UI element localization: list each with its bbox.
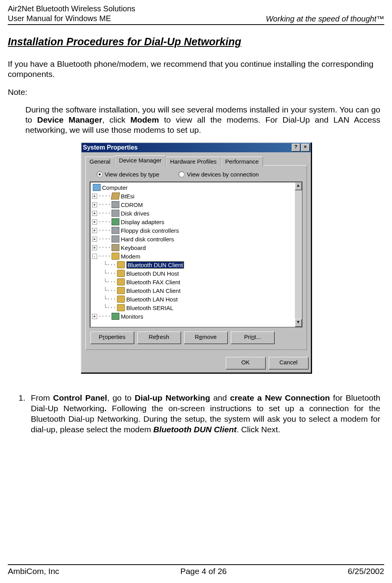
tree-label: Hard disk controllers bbox=[121, 236, 174, 242]
print-button[interactable]: Print... bbox=[231, 332, 275, 344]
note-label: Note: bbox=[8, 87, 384, 97]
monitor-icon bbox=[112, 313, 119, 320]
radio-label-bytype: View devices by type bbox=[105, 171, 160, 178]
tree-item-btesi[interactable]: +····BtEsi bbox=[91, 192, 302, 200]
footer-page: Page 4 of 26 bbox=[180, 567, 227, 576]
tree-item-bt-lan-host[interactable]: └···Bluetooth LAN Host bbox=[91, 295, 302, 303]
dialog-title: System Properties bbox=[83, 144, 138, 151]
header-tagline: Working at the speed of thought™ bbox=[266, 14, 384, 23]
t: and bbox=[210, 393, 230, 402]
tab-panel: View devices by type View devices by con… bbox=[85, 165, 307, 350]
tree-item-disk-drives[interactable]: +····Disk drives bbox=[91, 209, 302, 218]
expand-icon[interactable]: + bbox=[92, 314, 97, 319]
refresh-button[interactable]: Refresh bbox=[137, 332, 181, 344]
tree-item-floppy[interactable]: +····Floppy disk controllers bbox=[91, 226, 302, 235]
dialog-body: General Device Manager Hardware Profiles… bbox=[82, 152, 311, 354]
t: From bbox=[31, 393, 53, 402]
section-heading: Installation Procedures for Dial-Up Netw… bbox=[8, 36, 384, 48]
device-icon bbox=[111, 193, 120, 200]
display-icon bbox=[112, 218, 119, 225]
tree-label: Display adapters bbox=[121, 219, 165, 225]
expand-icon[interactable]: + bbox=[92, 219, 97, 225]
intro-paragraph: If you have a Bluetooth phone/modem, we … bbox=[8, 59, 384, 80]
remove-button[interactable]: Remove bbox=[184, 332, 228, 344]
tree-item-bt-dun-client[interactable]: └···Bluetooth DUN Client bbox=[91, 260, 302, 269]
page-header: Air2Net Bluetooth Wireless Solutions Use… bbox=[8, 4, 384, 25]
dialog-titlebar: System Properties ? × bbox=[82, 143, 311, 152]
tree-item-bt-fax-client[interactable]: └···Bluetooth FAX Client bbox=[91, 278, 302, 286]
radio-view-by-type[interactable]: View devices by type bbox=[97, 171, 160, 178]
tree-label-selected: Bluetooth DUN Client bbox=[126, 261, 184, 269]
harddisk-icon bbox=[112, 235, 119, 242]
tree-label: Bluetooth LAN Host bbox=[126, 296, 178, 303]
scroll-up-icon[interactable]: ▲ bbox=[295, 182, 302, 190]
header-title-line1: Air2Net Bluetooth Wireless Solutions bbox=[8, 4, 135, 14]
tree-label: Monitors bbox=[121, 313, 144, 320]
tree-item-hard-disk[interactable]: +····Hard disk controllers bbox=[91, 235, 302, 243]
device-tree[interactable]: Computer +····BtEsi +····CDROM +····Disk… bbox=[90, 182, 303, 328]
header-title-line2: User Manual for Windows ME bbox=[8, 14, 135, 23]
b-dialup-networking: Dial-up Networking bbox=[135, 393, 210, 402]
disk-icon bbox=[112, 210, 119, 217]
radio-view-by-connection[interactable]: View devices by connection bbox=[179, 171, 259, 178]
screenshot-container: System Properties ? × General Device Man… bbox=[8, 142, 384, 373]
tree-label: Bluetooth DUN Host bbox=[126, 270, 179, 277]
cancel-button[interactable]: Cancel bbox=[269, 357, 309, 369]
tab-strip: General Device Manager Hardware Profiles… bbox=[85, 155, 307, 166]
modem-icon bbox=[112, 253, 119, 260]
tree-label: Modem bbox=[121, 253, 140, 260]
page: Air2Net Bluetooth Wireless Solutions Use… bbox=[0, 0, 392, 583]
expand-icon[interactable]: + bbox=[92, 211, 97, 216]
collapse-icon[interactable]: - bbox=[92, 254, 97, 259]
tab-general[interactable]: General bbox=[85, 157, 115, 167]
modem-icon bbox=[117, 304, 125, 311]
expand-icon[interactable]: + bbox=[92, 194, 97, 199]
note-body: During the software installation, you wi… bbox=[25, 105, 380, 135]
properties-button[interactable]: Properties bbox=[90, 332, 134, 344]
step-body: From Control Panel, go to Dial-up Networ… bbox=[31, 393, 380, 435]
tree-label: Keyboard bbox=[121, 244, 146, 251]
scroll-track[interactable] bbox=[295, 190, 302, 319]
header-left: Air2Net Bluetooth Wireless Solutions Use… bbox=[8, 4, 135, 23]
tree-item-bt-serial[interactable]: └···Bluetooth SERIAL bbox=[91, 303, 302, 312]
modem-icon bbox=[117, 296, 125, 303]
bi-bluetooth-dun-client: Bluetooth DUN Client bbox=[153, 425, 236, 434]
expand-icon[interactable]: + bbox=[92, 237, 97, 242]
tree-item-display[interactable]: +····Display adapters bbox=[91, 218, 302, 226]
tab-hardware-profiles[interactable]: Hardware Profiles bbox=[166, 157, 221, 167]
step-1: 1. From Control Panel, go to Dial-up Net… bbox=[8, 393, 380, 435]
scroll-down-icon[interactable]: ▼ bbox=[295, 319, 302, 327]
expand-icon[interactable]: + bbox=[92, 228, 97, 233]
tree-item-modem[interactable]: -····Modem bbox=[91, 252, 302, 260]
modem-icon bbox=[117, 270, 125, 277]
tree-label: CDROM bbox=[121, 201, 143, 208]
b-control-panel: Control Panel bbox=[53, 393, 107, 402]
help-button[interactable]: ? bbox=[292, 144, 300, 152]
tree-label: Disk drives bbox=[121, 210, 149, 217]
t: . Click Next. bbox=[237, 425, 280, 434]
tab-performance[interactable]: Performance bbox=[221, 157, 263, 167]
ok-button[interactable]: OK bbox=[226, 357, 266, 369]
dialog-bottom-buttons: OK Cancel bbox=[82, 354, 311, 373]
b-create-new-connection: create a New Connection bbox=[230, 393, 330, 402]
tree-item-cdrom[interactable]: +····CDROM bbox=[91, 200, 302, 209]
note-bold-device-manager: Device Manager bbox=[37, 115, 102, 124]
t: , go to bbox=[107, 393, 135, 402]
expand-icon[interactable]: + bbox=[92, 245, 97, 250]
scrollbar[interactable]: ▲ ▼ bbox=[295, 182, 302, 327]
expand-icon[interactable]: + bbox=[92, 202, 97, 207]
page-footer: AmbiCom, Inc Page 4 of 26 6/25/2002 bbox=[8, 564, 384, 576]
tab-device-manager[interactable]: Device Manager bbox=[115, 155, 166, 167]
close-button[interactable]: × bbox=[301, 144, 310, 152]
tree-label: Bluetooth LAN Client bbox=[126, 287, 181, 294]
tree-root[interactable]: Computer bbox=[91, 183, 302, 192]
tree-item-bt-lan-client[interactable]: └···Bluetooth LAN Client bbox=[91, 286, 302, 295]
tree-item-monitors[interactable]: +····Monitors bbox=[91, 312, 302, 321]
footer-date: 6/25/2002 bbox=[348, 567, 384, 576]
tree-item-keyboard[interactable]: +····Keyboard bbox=[91, 243, 302, 252]
step-number: 1. bbox=[8, 393, 31, 435]
keyboard-icon bbox=[112, 244, 119, 251]
tree-item-bt-dun-host[interactable]: └···Bluetooth DUN Host bbox=[91, 269, 302, 278]
note-text-2: , click bbox=[102, 115, 130, 124]
tree-label: Bluetooth FAX Client bbox=[126, 279, 180, 285]
